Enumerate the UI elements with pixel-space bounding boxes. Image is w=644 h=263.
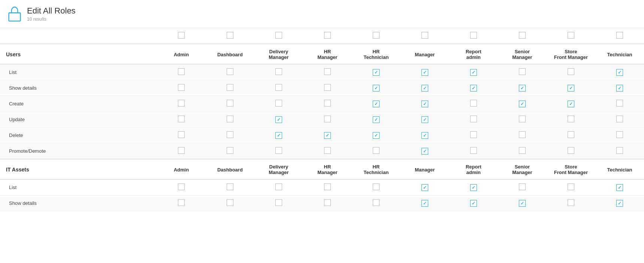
checkbox-users-2-3[interactable] — [324, 100, 331, 107]
checkbox-users-3-0[interactable] — [178, 116, 185, 122]
checkbox-users-2-9[interactable] — [616, 100, 623, 107]
checkbox-users-3-9[interactable] — [616, 116, 623, 122]
checkbox-users-1-8[interactable] — [568, 85, 574, 92]
checkbox-users-1-2[interactable] — [275, 84, 282, 91]
checkbox-it-assets-1-9[interactable] — [616, 200, 623, 207]
checkbox-users-4-4[interactable] — [373, 132, 380, 139]
select-all-senior-manager[interactable] — [519, 32, 526, 39]
checkbox-it-assets-0-4[interactable] — [373, 183, 380, 190]
select-all-report-admin[interactable] — [470, 32, 477, 39]
checkbox-it-assets-0-1[interactable] — [227, 183, 233, 190]
checkbox-users-5-0[interactable] — [178, 147, 185, 154]
checkbox-it-assets-1-4[interactable] — [373, 199, 380, 206]
checkbox-users-1-7[interactable] — [519, 85, 526, 92]
checkbox-users-5-7[interactable] — [519, 147, 526, 154]
checkbox-users-0-3[interactable] — [324, 68, 331, 75]
table-row: Show details — [0, 195, 644, 211]
checkbox-users-2-6[interactable] — [470, 100, 477, 107]
checkbox-users-3-7[interactable] — [519, 116, 526, 122]
checkbox-users-0-8[interactable] — [568, 68, 574, 75]
checkbox-users-5-5[interactable] — [421, 148, 428, 155]
checkbox-users-3-8[interactable] — [568, 116, 574, 122]
checkbox-it-assets-1-6[interactable] — [470, 200, 477, 207]
checkbox-users-3-3[interactable] — [324, 116, 331, 122]
checkbox-users-4-3[interactable] — [324, 132, 331, 139]
checkbox-users-5-6[interactable] — [470, 147, 477, 154]
checkbox-users-4-8[interactable] — [568, 131, 574, 138]
checkbox-users-5-2[interactable] — [275, 147, 282, 154]
select-all-hr-technician[interactable] — [373, 32, 380, 39]
checkbox-users-2-2[interactable] — [275, 100, 282, 107]
checkbox-users-2-5[interactable] — [421, 101, 428, 107]
checkbox-users-1-1[interactable] — [227, 84, 233, 91]
checkbox-users-3-4[interactable] — [373, 116, 380, 123]
checkbox-it-assets-0-9[interactable] — [616, 184, 623, 191]
checkbox-it-assets-0-5[interactable] — [421, 184, 428, 191]
cell-3-2 — [254, 112, 303, 128]
checkbox-it-assets-0-3[interactable] — [324, 183, 331, 190]
checkbox-it-assets-0-0[interactable] — [178, 183, 185, 190]
checkbox-users-0-6[interactable] — [470, 69, 477, 76]
checkbox-users-5-3[interactable] — [324, 147, 331, 154]
select-all-admin[interactable] — [178, 32, 185, 39]
select-all-store-front-manager[interactable] — [568, 32, 574, 39]
checkbox-users-3-5[interactable] — [421, 116, 428, 123]
checkbox-users-1-6[interactable] — [470, 85, 477, 92]
checkbox-users-4-5[interactable] — [421, 132, 428, 139]
checkbox-it-assets-0-7[interactable] — [519, 183, 526, 190]
checkbox-users-3-2[interactable] — [275, 116, 282, 123]
cell-1-1 — [206, 195, 254, 211]
checkbox-it-assets-1-5[interactable] — [421, 200, 428, 207]
checkbox-users-4-1[interactable] — [227, 131, 233, 138]
checkbox-users-1-0[interactable] — [178, 84, 185, 91]
checkbox-users-5-9[interactable] — [616, 147, 623, 154]
checkbox-users-2-0[interactable] — [178, 100, 185, 107]
col-header-1: Dashboard — [206, 159, 254, 179]
checkbox-users-0-2[interactable] — [275, 68, 282, 75]
checkbox-users-2-7[interactable] — [519, 101, 526, 107]
checkbox-users-3-6[interactable] — [470, 116, 477, 122]
checkbox-users-0-0[interactable] — [178, 68, 185, 75]
select-all-delivery-manager[interactable] — [275, 32, 282, 39]
checkbox-users-1-4[interactable] — [373, 85, 380, 92]
cell-2-9 — [595, 96, 644, 112]
checkbox-users-5-8[interactable] — [568, 147, 574, 154]
checkbox-users-3-1[interactable] — [227, 116, 233, 122]
checkbox-users-5-1[interactable] — [227, 147, 233, 154]
checkbox-users-5-4[interactable] — [373, 147, 380, 154]
checkbox-it-assets-0-2[interactable] — [275, 183, 282, 190]
checkbox-users-4-6[interactable] — [470, 131, 477, 138]
cell-4-8 — [547, 128, 595, 143]
checkbox-users-1-3[interactable] — [324, 84, 331, 91]
checkbox-users-4-0[interactable] — [178, 131, 185, 138]
checkbox-it-assets-1-7[interactable] — [519, 200, 526, 207]
select-all-manager[interactable] — [421, 32, 428, 39]
checkbox-it-assets-0-6[interactable] — [470, 184, 477, 191]
checkbox-it-assets-1-3[interactable] — [324, 199, 331, 206]
checkbox-users-0-4[interactable] — [373, 69, 380, 76]
checkbox-users-1-5[interactable] — [421, 85, 428, 92]
checkbox-users-2-4[interactable] — [373, 101, 380, 107]
checkbox-users-0-1[interactable] — [227, 68, 233, 75]
checkbox-it-assets-1-8[interactable] — [568, 199, 574, 206]
checkbox-it-assets-0-8[interactable] — [568, 183, 574, 190]
checkbox-users-2-8[interactable] — [568, 101, 574, 107]
col-header-9: Technician — [595, 159, 644, 179]
cell-0-9 — [595, 179, 644, 195]
checkbox-users-0-7[interactable] — [519, 68, 526, 75]
checkbox-it-assets-1-1[interactable] — [227, 199, 233, 206]
checkbox-users-4-7[interactable] — [519, 131, 526, 138]
checkbox-users-0-5[interactable] — [421, 69, 428, 76]
select-all-technician[interactable] — [616, 32, 623, 39]
select-all-dashboard[interactable] — [227, 32, 233, 39]
checkbox-users-1-9[interactable] — [616, 85, 623, 92]
cell-3-7 — [498, 112, 547, 128]
checkbox-users-0-9[interactable] — [616, 69, 623, 76]
checkbox-users-4-2[interactable] — [275, 132, 282, 139]
checkbox-it-assets-1-0[interactable] — [178, 199, 185, 206]
checkbox-users-2-1[interactable] — [227, 100, 233, 107]
select-all-hr-manager[interactable] — [324, 32, 331, 39]
cell-1-0 — [157, 80, 206, 96]
checkbox-it-assets-1-2[interactable] — [275, 199, 282, 206]
checkbox-users-4-9[interactable] — [616, 131, 623, 138]
